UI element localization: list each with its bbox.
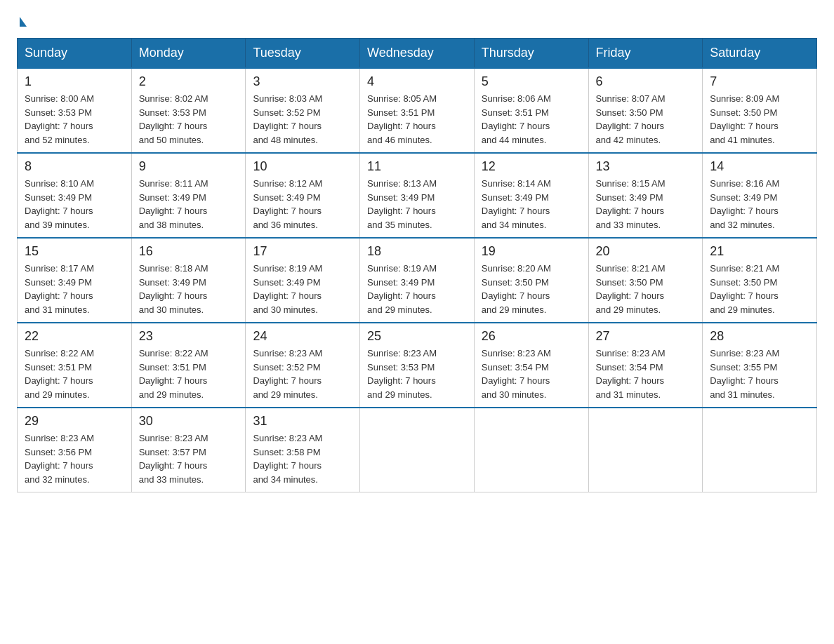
calendar-header-sunday: Sunday (18, 39, 132, 69)
day-number: 16 (139, 244, 239, 259)
day-info: Sunrise: 8:00 AM Sunset: 3:53 PM Dayligh… (25, 92, 124, 147)
day-number: 2 (139, 74, 239, 89)
day-number: 30 (139, 414, 239, 429)
calendar-day-cell: 23 Sunrise: 8:22 AM Sunset: 3:51 PM Dayl… (131, 323, 246, 408)
day-info: Sunrise: 8:21 AM Sunset: 3:50 PM Dayligh… (596, 262, 696, 316)
calendar-header-row: SundayMondayTuesdayWednesdayThursdayFrid… (18, 39, 817, 69)
day-info: Sunrise: 8:22 AM Sunset: 3:51 PM Dayligh… (139, 347, 239, 401)
calendar-day-cell: 2 Sunrise: 8:02 AM Sunset: 3:53 PM Dayli… (131, 68, 246, 153)
calendar-day-cell: 18 Sunrise: 8:19 AM Sunset: 3:49 PM Dayl… (360, 238, 475, 323)
day-info: Sunrise: 8:23 AM Sunset: 3:52 PM Dayligh… (253, 347, 352, 401)
day-number: 22 (25, 329, 124, 344)
day-info: Sunrise: 8:23 AM Sunset: 3:58 PM Dayligh… (253, 431, 352, 486)
calendar-day-cell: 13 Sunrise: 8:15 AM Sunset: 3:49 PM Dayl… (588, 153, 703, 238)
day-info: Sunrise: 8:07 AM Sunset: 3:50 PM Dayligh… (596, 92, 696, 147)
calendar-day-cell: 27 Sunrise: 8:23 AM Sunset: 3:54 PM Dayl… (588, 323, 703, 408)
day-info: Sunrise: 8:12 AM Sunset: 3:49 PM Dayligh… (253, 177, 352, 232)
day-info: Sunrise: 8:23 AM Sunset: 3:56 PM Dayligh… (25, 431, 124, 486)
calendar-day-cell: 5 Sunrise: 8:06 AM Sunset: 3:51 PM Dayli… (474, 68, 588, 153)
day-number: 13 (596, 159, 696, 174)
calendar-day-cell: 21 Sunrise: 8:21 AM Sunset: 3:50 PM Dayl… (703, 238, 817, 323)
day-info: Sunrise: 8:14 AM Sunset: 3:49 PM Dayligh… (482, 177, 581, 232)
day-number: 26 (482, 329, 581, 344)
calendar-day-cell (703, 408, 817, 492)
day-number: 11 (367, 159, 467, 174)
day-number: 3 (253, 74, 352, 89)
day-number: 10 (253, 159, 352, 174)
calendar-week-row: 1 Sunrise: 8:00 AM Sunset: 3:53 PM Dayli… (18, 68, 817, 153)
day-number: 8 (25, 159, 124, 174)
calendar-day-cell (474, 408, 588, 492)
calendar-day-cell: 20 Sunrise: 8:21 AM Sunset: 3:50 PM Dayl… (588, 238, 703, 323)
calendar-week-row: 29 Sunrise: 8:23 AM Sunset: 3:56 PM Dayl… (18, 408, 817, 492)
day-number: 20 (596, 244, 696, 259)
calendar-day-cell: 10 Sunrise: 8:12 AM Sunset: 3:49 PM Dayl… (246, 153, 360, 238)
day-number: 15 (25, 244, 124, 259)
calendar-day-cell: 9 Sunrise: 8:11 AM Sunset: 3:49 PM Dayli… (131, 153, 246, 238)
calendar-header-thursday: Thursday (474, 39, 588, 69)
day-number: 28 (710, 329, 809, 344)
day-info: Sunrise: 8:15 AM Sunset: 3:49 PM Dayligh… (596, 177, 696, 232)
day-info: Sunrise: 8:16 AM Sunset: 3:49 PM Dayligh… (710, 177, 809, 232)
day-info: Sunrise: 8:23 AM Sunset: 3:55 PM Dayligh… (710, 347, 809, 401)
calendar-day-cell: 1 Sunrise: 8:00 AM Sunset: 3:53 PM Dayli… (18, 68, 132, 153)
calendar-header-saturday: Saturday (703, 39, 817, 69)
calendar-day-cell: 16 Sunrise: 8:18 AM Sunset: 3:49 PM Dayl… (131, 238, 246, 323)
day-info: Sunrise: 8:13 AM Sunset: 3:49 PM Dayligh… (367, 177, 467, 232)
day-number: 18 (367, 244, 467, 259)
calendar-day-cell: 7 Sunrise: 8:09 AM Sunset: 3:50 PM Dayli… (703, 68, 817, 153)
day-info: Sunrise: 8:02 AM Sunset: 3:53 PM Dayligh… (139, 92, 239, 147)
calendar-day-cell: 29 Sunrise: 8:23 AM Sunset: 3:56 PM Dayl… (18, 408, 132, 492)
calendar-day-cell: 25 Sunrise: 8:23 AM Sunset: 3:53 PM Dayl… (360, 323, 475, 408)
day-number: 4 (367, 74, 467, 89)
calendar-header-friday: Friday (588, 39, 703, 69)
day-info: Sunrise: 8:22 AM Sunset: 3:51 PM Dayligh… (25, 347, 124, 401)
day-info: Sunrise: 8:21 AM Sunset: 3:50 PM Dayligh… (710, 262, 809, 316)
calendar-day-cell: 8 Sunrise: 8:10 AM Sunset: 3:49 PM Dayli… (18, 153, 132, 238)
day-info: Sunrise: 8:19 AM Sunset: 3:49 PM Dayligh… (253, 262, 352, 316)
day-number: 5 (482, 74, 581, 89)
logo (17, 17, 27, 24)
calendar-day-cell: 12 Sunrise: 8:14 AM Sunset: 3:49 PM Dayl… (474, 153, 588, 238)
day-number: 25 (367, 329, 467, 344)
day-number: 9 (139, 159, 239, 174)
calendar-day-cell: 17 Sunrise: 8:19 AM Sunset: 3:49 PM Dayl… (246, 238, 360, 323)
day-info: Sunrise: 8:23 AM Sunset: 3:53 PM Dayligh… (367, 347, 467, 401)
day-number: 29 (25, 414, 124, 429)
calendar-day-cell (360, 408, 475, 492)
day-info: Sunrise: 8:23 AM Sunset: 3:54 PM Dayligh… (596, 347, 696, 401)
day-number: 24 (253, 329, 352, 344)
calendar-week-row: 8 Sunrise: 8:10 AM Sunset: 3:49 PM Dayli… (18, 153, 817, 238)
day-info: Sunrise: 8:06 AM Sunset: 3:51 PM Dayligh… (482, 92, 581, 147)
day-number: 21 (710, 244, 809, 259)
calendar-day-cell: 30 Sunrise: 8:23 AM Sunset: 3:57 PM Dayl… (131, 408, 246, 492)
day-info: Sunrise: 8:17 AM Sunset: 3:49 PM Dayligh… (25, 262, 124, 316)
page-header (17, 17, 817, 24)
logo-text (17, 17, 27, 27)
calendar-day-cell: 6 Sunrise: 8:07 AM Sunset: 3:50 PM Dayli… (588, 68, 703, 153)
calendar-table: SundayMondayTuesdayWednesdayThursdayFrid… (17, 38, 817, 492)
calendar-day-cell: 24 Sunrise: 8:23 AM Sunset: 3:52 PM Dayl… (246, 323, 360, 408)
day-info: Sunrise: 8:10 AM Sunset: 3:49 PM Dayligh… (25, 177, 124, 232)
day-number: 27 (596, 329, 696, 344)
day-info: Sunrise: 8:19 AM Sunset: 3:49 PM Dayligh… (367, 262, 467, 316)
day-info: Sunrise: 8:11 AM Sunset: 3:49 PM Dayligh… (139, 177, 239, 232)
day-info: Sunrise: 8:03 AM Sunset: 3:52 PM Dayligh… (253, 92, 352, 147)
calendar-day-cell: 15 Sunrise: 8:17 AM Sunset: 3:49 PM Dayl… (18, 238, 132, 323)
calendar-day-cell: 4 Sunrise: 8:05 AM Sunset: 3:51 PM Dayli… (360, 68, 475, 153)
calendar-day-cell: 31 Sunrise: 8:23 AM Sunset: 3:58 PM Dayl… (246, 408, 360, 492)
day-number: 1 (25, 74, 124, 89)
calendar-day-cell: 19 Sunrise: 8:20 AM Sunset: 3:50 PM Dayl… (474, 238, 588, 323)
day-info: Sunrise: 8:09 AM Sunset: 3:50 PM Dayligh… (710, 92, 809, 147)
calendar-day-cell: 26 Sunrise: 8:23 AM Sunset: 3:54 PM Dayl… (474, 323, 588, 408)
calendar-day-cell: 11 Sunrise: 8:13 AM Sunset: 3:49 PM Dayl… (360, 153, 475, 238)
day-number: 17 (253, 244, 352, 259)
day-number: 19 (482, 244, 581, 259)
calendar-header-wednesday: Wednesday (360, 39, 475, 69)
calendar-week-row: 15 Sunrise: 8:17 AM Sunset: 3:49 PM Dayl… (18, 238, 817, 323)
day-number: 23 (139, 329, 239, 344)
day-number: 31 (253, 414, 352, 429)
day-info: Sunrise: 8:05 AM Sunset: 3:51 PM Dayligh… (367, 92, 467, 147)
calendar-day-cell: 14 Sunrise: 8:16 AM Sunset: 3:49 PM Dayl… (703, 153, 817, 238)
calendar-week-row: 22 Sunrise: 8:22 AM Sunset: 3:51 PM Dayl… (18, 323, 817, 408)
